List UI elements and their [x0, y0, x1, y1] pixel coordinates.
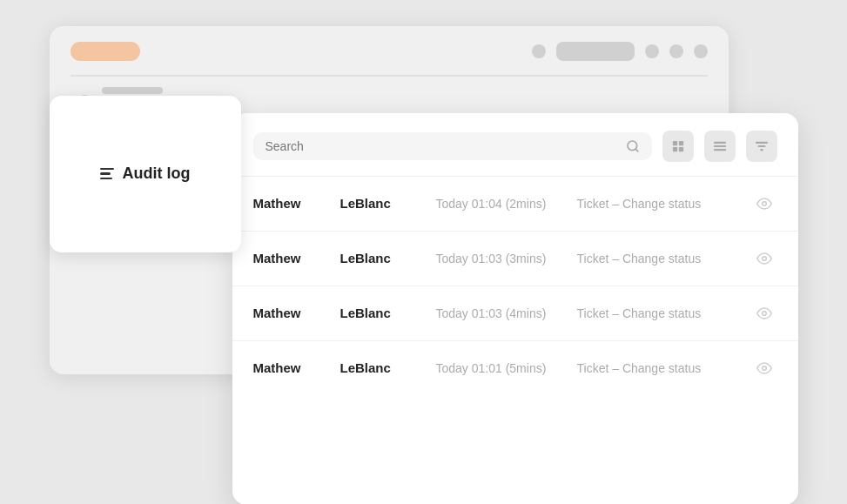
action-label: Ticket – Change status — [577, 361, 751, 375]
list-view-icon — [714, 141, 726, 151]
view-button-0[interactable] — [751, 196, 777, 212]
timestamp: Today 01:03 (4mins) — [436, 306, 577, 320]
table-body: Mathew LeBlanc Today 01:04 (2mins) Ticke… — [232, 177, 798, 395]
action-label: Ticket – Change status — [577, 197, 751, 211]
first-name: Mathew — [253, 196, 340, 211]
filter-icon — [756, 141, 768, 151]
scene: Audit log — [50, 26, 798, 479]
table-row: Mathew LeBlanc Today 01:04 (2mins) Ticke… — [232, 177, 798, 232]
svg-line-1 — [635, 149, 638, 151]
svg-point-14 — [762, 311, 766, 315]
eye-icon — [756, 196, 772, 212]
table-row: Mathew LeBlanc Today 01:01 (5mins) Ticke… — [232, 341, 798, 395]
timestamp: Today 01:01 (5mins) — [436, 361, 577, 375]
bg-rect — [556, 42, 635, 61]
audit-log-title: Audit log — [100, 165, 191, 183]
list-line-2 — [100, 172, 111, 175]
svg-rect-6 — [714, 141, 726, 143]
eye-icon — [756, 360, 772, 376]
timestamp: Today 01:04 (2mins) — [436, 197, 577, 211]
grid-icon — [672, 140, 684, 152]
last-name: LeBlanc — [340, 196, 436, 211]
last-name: LeBlanc — [340, 251, 436, 265]
action-label: Ticket – Change status — [577, 306, 751, 320]
header-btn-2[interactable] — [704, 131, 736, 162]
svg-rect-9 — [756, 141, 768, 143]
last-name: LeBlanc — [340, 360, 436, 375]
svg-rect-7 — [714, 144, 726, 146]
eye-icon — [756, 251, 772, 266]
timestamp: Today 01:03 (3mins) — [436, 252, 577, 265]
bg-circle-1 — [532, 44, 546, 58]
bg-circle-2 — [645, 44, 659, 58]
table-row: Mathew LeBlanc Today 01:03 (4mins) Ticke… — [232, 286, 798, 341]
view-button-2[interactable] — [751, 306, 777, 321]
search-icon — [626, 139, 640, 153]
svg-point-13 — [762, 256, 766, 260]
svg-point-15 — [762, 366, 766, 370]
view-button-3[interactable] — [751, 360, 777, 376]
sidebar-card: Audit log — [50, 96, 241, 252]
first-name: Mathew — [253, 306, 340, 320]
svg-rect-2 — [672, 140, 676, 144]
svg-rect-3 — [678, 140, 682, 144]
action-label: Ticket – Change status — [577, 252, 751, 265]
first-name: Mathew — [253, 360, 340, 375]
svg-point-12 — [762, 201, 766, 205]
search-input[interactable] — [266, 139, 619, 153]
list-icon — [100, 168, 114, 180]
table-row: Mathew LeBlanc Today 01:03 (3mins) Ticke… — [232, 232, 798, 286]
svg-rect-8 — [714, 149, 726, 151]
list-line-3 — [100, 178, 112, 180]
view-button-1[interactable] — [751, 251, 777, 266]
main-header — [232, 113, 798, 177]
main-card: Mathew LeBlanc Today 01:04 (2mins) Ticke… — [232, 113, 798, 505]
audit-log-label: Audit log — [123, 165, 191, 183]
header-btn-1[interactable] — [662, 131, 694, 162]
search-box[interactable] — [253, 132, 652, 160]
svg-rect-5 — [678, 146, 682, 151]
svg-rect-4 — [672, 146, 676, 151]
svg-rect-10 — [757, 144, 765, 146]
header-btn-3[interactable] — [746, 131, 777, 162]
last-name: LeBlanc — [340, 306, 436, 320]
eye-icon — [756, 306, 772, 321]
bg-circle-4 — [694, 44, 708, 58]
bg-circle-3 — [669, 44, 683, 58]
bg-divider — [71, 75, 708, 77]
list-line-1 — [100, 168, 114, 171]
svg-rect-11 — [760, 149, 763, 151]
bg-pill — [71, 42, 140, 61]
first-name: Mathew — [253, 251, 340, 265]
bg-line — [102, 87, 163, 94]
